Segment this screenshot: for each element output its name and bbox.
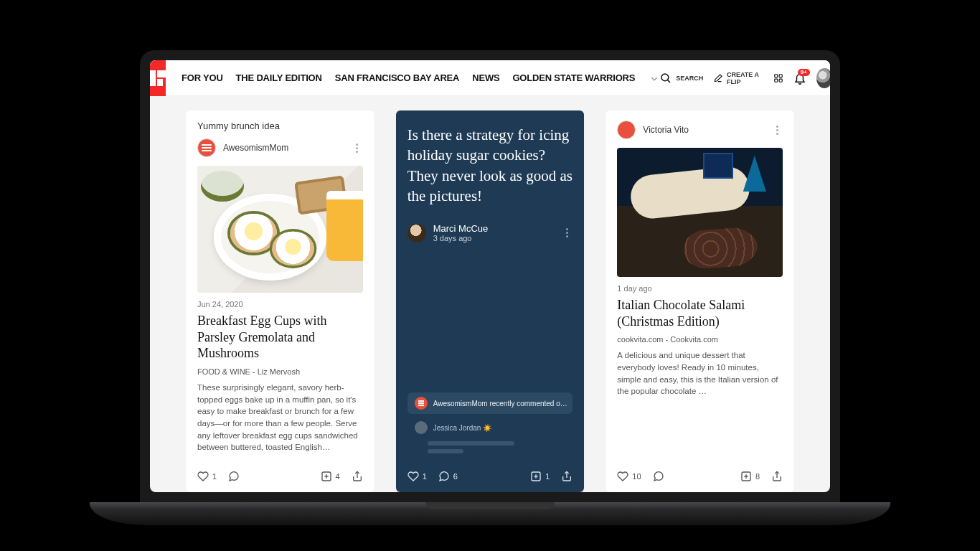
author-avatar[interactable]	[197, 138, 216, 157]
more-options-icon[interactable]	[771, 124, 783, 136]
commenter-avatar	[415, 421, 428, 434]
share-button[interactable]	[561, 471, 573, 482]
create-flip-button[interactable]: CREATE A FLIP	[713, 71, 763, 85]
plus-square-icon	[530, 471, 542, 482]
like-button[interactable]: 1	[197, 471, 217, 482]
share-button[interactable]	[771, 471, 783, 482]
svg-rect-3	[779, 74, 782, 77]
article-excerpt: These surprisingly elegant, savory herb-…	[197, 382, 363, 453]
comment-icon	[228, 471, 240, 482]
svg-rect-2	[775, 74, 778, 77]
share-icon	[771, 471, 783, 482]
more-options-icon[interactable]	[561, 227, 573, 239]
laptop-frame: FOR YOU THE DAILY EDITION SAN FRANCISCO …	[140, 50, 840, 502]
article-title[interactable]: Breakfast Egg Cups with Parsley Gremolat…	[197, 313, 363, 362]
plus-square-icon	[740, 471, 752, 482]
notifications-button[interactable]: 9+	[793, 72, 806, 85]
article-source: FOOD & WINE - Liz Mervosh	[197, 367, 363, 376]
card-footer: 1 4	[186, 463, 374, 492]
svg-point-0	[661, 74, 669, 81]
svg-line-1	[668, 80, 671, 83]
commenter-name: Jessica Jordan ☀️	[433, 424, 491, 432]
publish-date: Jun 24, 2020	[197, 300, 363, 309]
comment-icon	[653, 471, 664, 482]
comment-icon	[438, 471, 450, 482]
byline: Victoria Vito	[617, 121, 783, 139]
add-count: 1	[545, 472, 550, 481]
like-button[interactable]: 1	[407, 471, 427, 482]
add-count: 4	[336, 472, 340, 481]
compose-icon	[713, 72, 723, 85]
nav-sf-bay-area[interactable]: SAN FRANCISCO BAY AREA	[335, 72, 460, 84]
author-name[interactable]: Victoria Vito	[643, 125, 689, 135]
feed-card-brunch: Yummy brunch idea AwesomismMom Jun 24, 2…	[186, 110, 374, 492]
question-title[interactable]: Is there a strategy for icing holiday su…	[407, 121, 573, 206]
article-title[interactable]: Italian Chocolate Salami (Christmas Edit…	[617, 297, 783, 329]
nav-news[interactable]: NEWS	[472, 72, 499, 84]
post-time: 1 day ago	[617, 284, 783, 293]
add-button[interactable]: 1	[530, 471, 550, 482]
notification-badge: 9+	[798, 69, 810, 76]
author-avatar[interactable]	[617, 121, 636, 139]
article-image[interactable]	[617, 148, 783, 277]
heart-icon	[617, 471, 628, 482]
search-button[interactable]: SEARCH	[659, 72, 703, 85]
card-footer: 10 8	[606, 463, 794, 492]
comment-preview: AwesomismMom recently commented o… Jessi…	[407, 385, 573, 453]
share-icon	[352, 471, 363, 482]
comment-button[interactable]	[653, 471, 664, 482]
like-button[interactable]: 10	[617, 471, 641, 482]
commenter-avatar	[415, 397, 428, 410]
author-name[interactable]: Marci McCue	[433, 223, 489, 234]
byline: AwesomismMom	[197, 138, 363, 157]
header-actions: SEARCH CREATE A FLIP 9+	[659, 68, 830, 88]
svg-rect-5	[779, 79, 782, 82]
share-button[interactable]	[352, 471, 363, 482]
laptop-notch	[425, 502, 555, 509]
feed-grid: Yummy brunch idea AwesomismMom Jun 24, 2…	[150, 96, 830, 492]
author-avatar[interactable]	[407, 224, 426, 242]
comment-button[interactable]: 6	[438, 471, 458, 482]
comment-preview-row[interactable]: Jessica Jordan ☀️	[407, 418, 573, 437]
top-nav: FOR YOU THE DAILY EDITION SAN FRANCISCO …	[182, 72, 659, 84]
svg-rect-4	[775, 79, 778, 82]
article-image[interactable]	[197, 166, 363, 293]
heart-icon	[197, 471, 209, 482]
feed-card-salami: Victoria Vito 1 day ago Italian Chocolat…	[606, 110, 794, 492]
comment-preview-row[interactable]: AwesomismMom recently commented o…	[407, 392, 573, 414]
like-count: 1	[423, 472, 427, 481]
author-name[interactable]: AwesomismMom	[223, 143, 288, 153]
chevron-down-icon[interactable]	[649, 74, 659, 84]
laptop-base	[90, 502, 890, 525]
nav-golden-state-warriors[interactable]: GOLDEN STATE WARRIORS	[512, 72, 635, 84]
feed-card-question: Is there a strategy for icing holiday su…	[396, 110, 585, 492]
card-footer: 1 6 1	[396, 463, 585, 492]
add-count: 8	[755, 472, 760, 481]
flipboard-logo-icon	[150, 70, 166, 86]
comment-button[interactable]	[228, 471, 240, 482]
search-label: SEARCH	[676, 75, 703, 82]
comment-count: 6	[453, 472, 458, 481]
heart-icon	[407, 471, 419, 482]
nav-for-you[interactable]: FOR YOU	[182, 72, 223, 84]
app-screen: FOR YOU THE DAILY EDITION SAN FRANCISCO …	[150, 60, 830, 492]
plus-square-icon	[321, 471, 332, 482]
post-time: 3 days ago	[433, 234, 489, 242]
byline: Marci McCue 3 days ago	[407, 223, 573, 242]
add-button[interactable]: 4	[321, 471, 340, 482]
add-button[interactable]: 8	[740, 471, 760, 482]
create-flip-label: CREATE A FLIP	[727, 71, 763, 85]
profile-avatar[interactable]	[816, 68, 830, 88]
like-count: 1	[212, 472, 217, 481]
article-excerpt: A delicious and unique dessert that ever…	[617, 349, 783, 397]
article-source: cookvita.com - Cookvita.com	[617, 335, 783, 344]
share-icon	[561, 471, 573, 482]
like-count: 10	[632, 472, 641, 481]
more-options-icon[interactable]	[352, 142, 363, 154]
flipboard-logo[interactable]	[150, 60, 166, 96]
header-bar: FOR YOU THE DAILY EDITION SAN FRANCISCO …	[150, 60, 830, 96]
comment-preview-text: AwesomismMom recently commented o…	[433, 400, 567, 408]
flip-caption: Yummy brunch idea	[197, 121, 363, 131]
grid-icon[interactable]	[773, 72, 783, 85]
nav-daily-edition[interactable]: THE DAILY EDITION	[236, 72, 322, 84]
